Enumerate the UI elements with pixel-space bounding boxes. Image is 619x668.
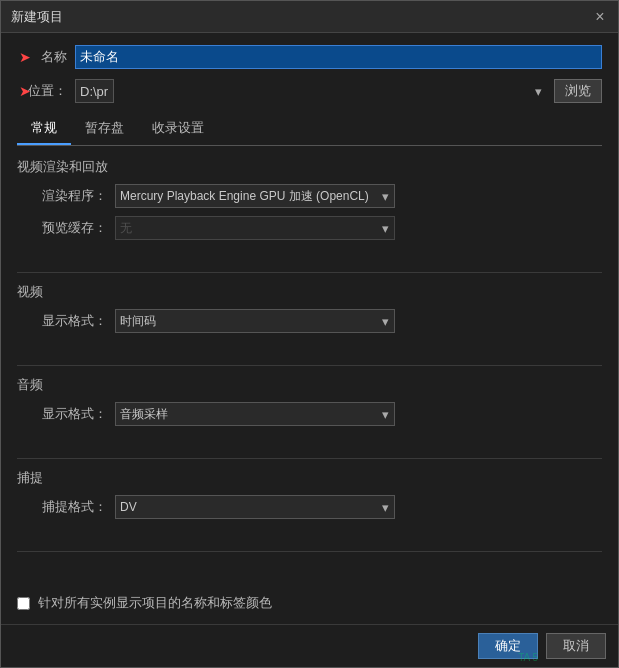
audio-title: 音频 — [17, 376, 602, 394]
renderer-field: 渲染程序： Mercury Playback Engine GPU 加速 (Op… — [17, 184, 602, 208]
preview-dropdown-wrapper: 无 — [115, 216, 395, 240]
capture-format-dropdown-wrapper: DV — [115, 495, 395, 519]
divider-2 — [17, 365, 602, 366]
video-title: 视频 — [17, 283, 602, 301]
capture-format-label: 捕提格式： — [37, 498, 107, 516]
capture-title: 捕提 — [17, 469, 602, 487]
tab-ingest[interactable]: 收录设置 — [138, 113, 218, 145]
arrow-indicator-location: ➤ — [19, 83, 31, 99]
dialog-body: ➤ 名称 ➤ 位置： D:\pr 浏览 常规 暂存盘 收录设置 视频渲染和回 — [1, 33, 618, 624]
divider-4 — [17, 551, 602, 552]
arrow-indicator-name: ➤ — [19, 49, 31, 65]
audio-display-field: 显示格式： 音频采样 — [17, 402, 602, 426]
new-project-dialog: 新建项目 × ➤ 名称 ➤ 位置： D:\pr 浏览 常规 暂存盘 收录设置 — [0, 0, 619, 668]
preview-label: 预览缓存： — [37, 219, 107, 237]
renderer-label: 渲染程序： — [37, 187, 107, 205]
audio-display-dropdown[interactable]: 音频采样 — [115, 402, 395, 426]
label-color-checkbox[interactable] — [17, 597, 30, 610]
location-select-wrapper: D:\pr — [75, 79, 548, 103]
video-section: 视频 显示格式： 时间码 — [17, 283, 602, 341]
video-render-section: 视频渲染和回放 渲染程序： Mercury Playback Engine GP… — [17, 158, 602, 248]
video-render-title: 视频渲染和回放 — [17, 158, 602, 176]
video-display-dropdown-wrapper: 时间码 — [115, 309, 395, 333]
renderer-dropdown-wrapper: Mercury Playback Engine GPU 加速 (OpenCL) — [115, 184, 395, 208]
checkbox-row: 针对所有实例显示项目的名称和标签颜色 — [17, 586, 602, 612]
tabs: 常规 暂存盘 收录设置 — [17, 113, 602, 146]
preview-dropdown: 无 — [115, 216, 395, 240]
video-display-field: 显示格式： 时间码 — [17, 309, 602, 333]
capture-format-dropdown[interactable]: DV — [115, 495, 395, 519]
checkbox-label: 针对所有实例显示项目的名称和标签颜色 — [38, 594, 272, 612]
name-row: ➤ 名称 — [17, 45, 602, 69]
tab-general[interactable]: 常规 — [17, 113, 71, 145]
audio-display-dropdown-wrapper: 音频采样 — [115, 402, 395, 426]
audio-display-label: 显示格式： — [37, 405, 107, 423]
divider-1 — [17, 272, 602, 273]
capture-section: 捕提 捕提格式： DV — [17, 469, 602, 527]
dialog-title: 新建项目 — [11, 8, 63, 26]
browse-button[interactable]: 浏览 — [554, 79, 602, 103]
renderer-dropdown[interactable]: Mercury Playback Engine GPU 加速 (OpenCL) — [115, 184, 395, 208]
cancel-button[interactable]: 取消 — [546, 633, 606, 659]
video-display-dropdown[interactable]: 时间码 — [115, 309, 395, 333]
video-display-label: 显示格式： — [37, 312, 107, 330]
name-input[interactable] — [75, 45, 602, 69]
title-bar: 新建项目 × — [1, 1, 618, 33]
location-select[interactable]: D:\pr — [75, 79, 114, 103]
location-row: ➤ 位置： D:\pr 浏览 — [17, 79, 602, 103]
capture-format-field: 捕提格式： DV — [17, 495, 602, 519]
footer: TA 5 确定 取消 — [1, 624, 618, 667]
tab-content: 视频渲染和回放 渲染程序： Mercury Playback Engine GP… — [17, 158, 602, 612]
preview-field: 预览缓存： 无 — [17, 216, 602, 240]
watermark-text: TA 5 — [518, 652, 538, 663]
divider-3 — [17, 458, 602, 459]
audio-section: 音频 显示格式： 音频采样 — [17, 376, 602, 434]
close-button[interactable]: × — [592, 9, 608, 25]
tab-scratch[interactable]: 暂存盘 — [71, 113, 138, 145]
